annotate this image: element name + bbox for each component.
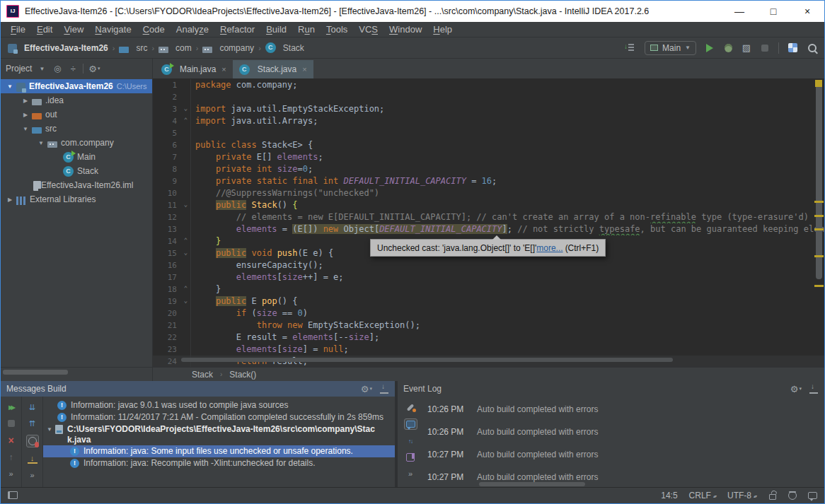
fold-marker-icon[interactable]: ⌄ — [181, 295, 190, 307]
tree-item-stack[interactable]: CStack — [1, 164, 152, 178]
horizontal-scrollbar-thumb[interactable] — [181, 358, 673, 362]
run-configuration-select[interactable]: Main ▼ — [645, 41, 696, 55]
code-text[interactable]: private E[] elements; — [190, 151, 824, 163]
fold-marker-icon[interactable]: ⌃ — [181, 115, 190, 127]
chevron-down-icon[interactable]: ▼ — [19, 126, 32, 132]
code-line-12[interactable]: 12 // elements = new E[DEFAULT_INITIAL_C… — [153, 211, 824, 223]
code-text[interactable] — [190, 127, 824, 139]
balloon-icon[interactable] — [807, 491, 817, 500]
gear-icon[interactable]: ⚙ — [790, 384, 802, 394]
tab-stack-java[interactable]: CStack.java× — [233, 60, 313, 78]
rerun-icon[interactable]: ▶▶ — [6, 402, 16, 412]
menu-window[interactable]: Window — [383, 24, 427, 35]
close-icon[interactable]: × — [302, 65, 306, 74]
project-panel-title[interactable]: Project — [6, 64, 32, 74]
event-log-entry[interactable]: 10:26 PMAuto build completed with errors — [423, 421, 824, 443]
code-line-4[interactable]: 4⌃import java.util.Arrays; — [153, 115, 824, 127]
event-log-header[interactable]: Event Log ⚙ — [398, 381, 824, 397]
toggler-icon[interactable] — [8, 490, 18, 500]
menu-run[interactable]: Run — [292, 24, 321, 35]
code-line-21[interactable]: 21 throw new EmptyStackException(); — [153, 320, 824, 332]
maximize-button[interactable]: □ — [756, 1, 790, 22]
messages-panel-header[interactable]: Messages Build ⚙ — [1, 381, 395, 397]
nav-crumb-company[interactable]: company — [202, 43, 254, 53]
breadcrumb-class[interactable]: Stack — [192, 370, 213, 380]
nav-crumb-com[interactable]: com — [158, 43, 192, 53]
code-text[interactable]: private static final int DEFAULT_INITIAL… — [190, 175, 824, 187]
coverage-icon[interactable]: ▨ — [742, 42, 751, 53]
code-line-19[interactable]: 19⌄ public E pop() { — [153, 295, 824, 307]
run-action-icon[interactable] — [705, 43, 715, 53]
code-text[interactable]: private int size=0; — [190, 163, 824, 175]
gear-icon[interactable]: ⚙ — [361, 384, 372, 394]
code-line-22[interactable]: 22 E result = elements[--size]; — [153, 332, 824, 344]
event-log-scrollbar-thumb[interactable] — [479, 482, 585, 486]
debug-icon[interactable] — [723, 43, 733, 53]
code-text[interactable]: } — [190, 283, 824, 295]
stop-icon[interactable] — [6, 418, 16, 428]
message-row[interactable]: !Information: 11/24/2017 7:21 AM - Compi… — [43, 411, 395, 423]
warning-stripe-mark[interactable] — [814, 201, 824, 203]
group-icon[interactable] — [26, 435, 39, 447]
tree-item-main[interactable]: CMain — [1, 150, 152, 164]
fold-marker-icon[interactable]: ⌄ — [181, 199, 190, 211]
nav-crumb-effectivejava-item26[interactable]: EffectiveJava-Item26 — [8, 42, 108, 53]
chevron-down-icon[interactable]: ▼ — [35, 140, 47, 146]
hector-icon[interactable] — [788, 491, 797, 500]
code-line-18[interactable]: 18⌃ } — [153, 283, 824, 295]
hide-icon[interactable] — [379, 384, 389, 394]
code-text[interactable]: E result = elements[--size]; — [190, 332, 824, 344]
export-icon[interactable]: ↓ — [28, 454, 38, 464]
code-line-23[interactable]: 23 elements[size] = null; — [153, 344, 824, 356]
chevron-icon[interactable]: ▼ — [37, 64, 47, 74]
menu-file[interactable]: File — [5, 24, 31, 35]
code-text[interactable]: //@SuppressWarnings("unchecked") — [190, 187, 824, 199]
fold-marker-icon[interactable]: ⌄ — [181, 247, 190, 259]
fold-marker-icon[interactable]: ⌃ — [181, 235, 190, 247]
close-button[interactable]: × — [790, 1, 824, 22]
code-text[interactable]: ensureCapacity(); — [190, 259, 824, 271]
collapse-icon[interactable]: ÷ — [68, 64, 78, 74]
warning-stripe-mark[interactable] — [814, 215, 824, 217]
wrench-icon[interactable] — [405, 402, 415, 412]
code-line-6[interactable]: 6public class Stack<E> { — [153, 139, 824, 151]
menu-navigate[interactable]: Navigate — [89, 24, 137, 35]
code-text[interactable]: throw new EmptyStackException(); — [190, 320, 824, 332]
line-ending-select[interactable]: CRLF — [689, 491, 716, 500]
code-text[interactable]: elements[size++] = e; — [190, 271, 824, 283]
menu-view[interactable]: View — [58, 24, 89, 35]
message-row[interactable]: !Information: javac 9.0.1 was used to co… — [43, 399, 395, 411]
code-line-2[interactable]: 2 — [153, 91, 824, 103]
stop-icon[interactable] — [760, 43, 770, 53]
tree-item-com-company[interactable]: ▼com.company — [1, 136, 152, 150]
encoding-select[interactable]: UTF-8 — [727, 491, 756, 500]
more-icon[interactable]: » — [405, 469, 415, 479]
hide-left-icon[interactable] — [106, 64, 116, 74]
code-line-7[interactable]: 7 private E[] elements; — [153, 151, 824, 163]
chevron-down-icon[interactable]: ▼ — [45, 424, 54, 435]
menu-help[interactable]: Help — [427, 24, 458, 35]
event-log-entry[interactable]: 10:27 PMAuto build completed with errors — [423, 443, 824, 466]
code-text[interactable]: import java.util.EmptyStackException; — [190, 103, 824, 115]
tree-item-external-libraries[interactable]: ▶External Libraries — [1, 192, 152, 206]
chevron-right-icon[interactable]: ▶ — [19, 98, 32, 104]
code-line-5[interactable]: 5 — [153, 127, 824, 139]
close-icon[interactable]: × — [6, 435, 16, 446]
nav-crumb-stack[interactable]: CStack — [265, 42, 304, 53]
tab-main-java[interactable]: CMain.java× — [155, 60, 233, 78]
code-line-11[interactable]: 11⌄ public Stack() { — [153, 199, 824, 211]
code-line-8[interactable]: 8 private int size=0; — [153, 163, 824, 175]
numsort-icon[interactable] — [626, 42, 636, 52]
tooltip-more-link[interactable]: more... — [536, 243, 562, 253]
code-line-16[interactable]: 16 ensureCapacity(); — [153, 259, 824, 271]
refresh-icon[interactable]: ↑↓ — [405, 436, 415, 446]
code-text[interactable]: public E pop() { — [190, 295, 824, 307]
vertical-scrollbar-thumb[interactable] — [816, 83, 822, 279]
notifications-icon[interactable] — [404, 418, 417, 430]
fold-marker-icon[interactable]: ⌄ — [181, 103, 190, 115]
code-text[interactable] — [190, 91, 824, 103]
event-log-entry[interactable]: 10:26 PMAuto build completed with errors — [423, 398, 824, 421]
code-line-9[interactable]: 9 private static final int DEFAULT_INITI… — [153, 175, 824, 187]
chevron-right-icon[interactable]: ▶ — [4, 197, 16, 203]
gear-icon[interactable]: ⚙ — [88, 64, 100, 74]
